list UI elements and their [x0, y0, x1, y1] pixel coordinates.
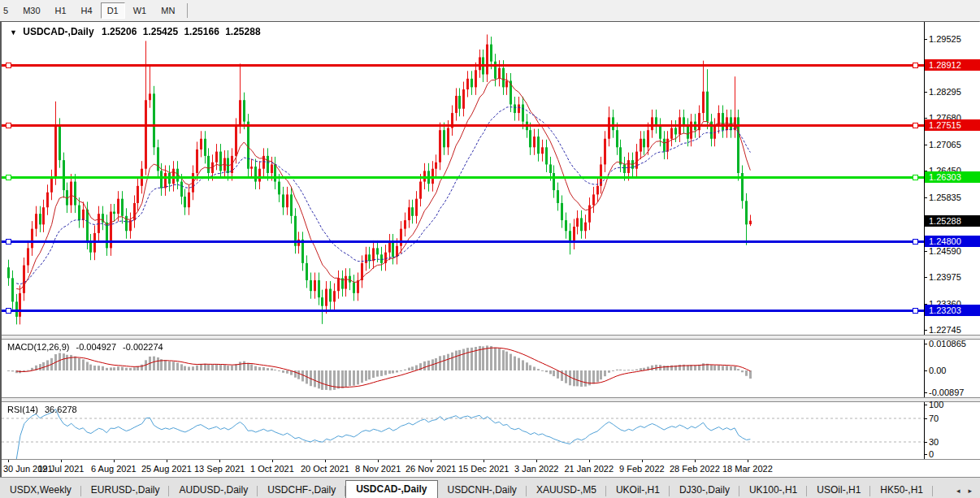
macd-axis-line	[924, 340, 925, 397]
date-label: 9 Feb 2022	[619, 464, 665, 474]
tab-scroll-right-icon[interactable]: ▸	[968, 487, 972, 495]
timeframe-button-5[interactable]: 5	[0, 2, 15, 19]
date-label: 1 Oct 2021	[250, 464, 294, 474]
ohlc-open: 1.25206	[102, 26, 137, 37]
mt4-window: 5M30H1H4D1W1MN 1.295251.289101.282951.27…	[0, 0, 980, 498]
price-tick-label: 1.27065	[929, 140, 961, 149]
chart-tab-usdcad-daily[interactable]: USDCAD-,Daily	[345, 480, 437, 498]
date-label: 26 Nov 2021	[405, 464, 456, 474]
price-level-badge: 1.26303	[925, 171, 980, 183]
chart-tab-dj30-daily[interactable]: DJ30-,Daily	[670, 482, 739, 498]
rsi-canvas[interactable]	[2, 402, 924, 459]
date-label: 3 Jan 2022	[514, 464, 558, 474]
rsi-tick	[924, 405, 927, 405]
date-label: 13 Sep 2021	[194, 464, 245, 474]
macd-tick	[924, 344, 927, 344]
macd-pane[interactable]: 0.0108650.00-0.00897 MACD(12,26,9) -0.00…	[2, 340, 980, 397]
timeframe-button-h1[interactable]: H1	[49, 2, 73, 19]
chart-tab-usdchf-daily[interactable]: USDCHF-,Daily	[258, 482, 345, 498]
date-tick	[431, 460, 431, 462]
rsi-info-line: RSI(14) 36.6278	[7, 405, 77, 414]
tab-scroll-left-icon[interactable]: ◂	[956, 487, 960, 495]
rsi-label: RSI(14)	[7, 405, 38, 414]
price-level-badge: 1.23203	[925, 305, 980, 316]
date-tick	[536, 460, 537, 462]
date-label: 8 Nov 2021	[355, 464, 401, 474]
macd-label: MACD(12,26,9)	[7, 342, 69, 352]
ohlc-close: 1.25288	[225, 26, 260, 37]
date-label: 28 Feb 2022	[670, 464, 720, 474]
macd-tick	[924, 392, 927, 393]
timeframe-button-h4[interactable]: H4	[75, 2, 99, 19]
ohlc-high: 1.25425	[143, 26, 178, 37]
timeframe-button-w1[interactable]: W1	[127, 2, 154, 19]
chart-window: 1.295251.289101.282951.276801.270651.264…	[0, 21, 980, 477]
date-label: 15 Dec 2021	[458, 464, 509, 474]
rsi-pane[interactable]: 10070300 RSI(14) 36.6278	[2, 402, 980, 459]
rsi-tick-label: 100	[929, 400, 943, 409]
tab-separator	[932, 486, 933, 496]
chart-tab-bar: USDX,WeeklyEURUSD-,DailyAUDUSD-,DailyUSD…	[0, 477, 980, 498]
ohlc-low: 1.25166	[184, 26, 219, 37]
rsi-axis-line	[924, 402, 925, 459]
chart-symbol-label: USDCAD-,Daily	[23, 26, 93, 37]
timeframe-button-d1[interactable]: D1	[101, 2, 125, 19]
macd-info-line: MACD(12,26,9) -0.004927 -0.002274	[7, 342, 163, 352]
chart-tab-ukoil-h1[interactable]: UKOil-,H1	[606, 482, 670, 498]
chart-tab-audusd-daily[interactable]: AUDUSD-,Daily	[169, 482, 258, 498]
toolbar-separator	[187, 3, 188, 18]
chart-tab-eurusd-daily[interactable]: EURUSD-,Daily	[81, 482, 170, 498]
price-level-badge: 1.28912	[925, 59, 980, 71]
chart-tab-uk100-h1[interactable]: UK100-,H1	[739, 482, 807, 498]
date-tick	[8, 460, 9, 462]
rsi-tick-label: 30	[929, 437, 939, 447]
price-tick-label: 1.23975	[929, 272, 961, 282]
price-tick	[924, 197, 927, 198]
rsi-tick	[924, 442, 927, 443]
date-axis[interactable]: 30 Jun 202119 Jul 20216 Aug 202125 Aug 2…	[2, 459, 980, 479]
tab-scroll-controls: ◂▸	[956, 487, 980, 498]
chart-info-line: ▼ USDCAD-,Daily 1.25206 1.25425 1.25166 …	[10, 26, 261, 37]
date-tick	[483, 460, 484, 462]
macd-signal-value: -0.002274	[123, 342, 163, 352]
price-level-badge: 1.25288	[925, 215, 980, 227]
date-tick	[642, 460, 643, 462]
rsi-tick-label: 0	[929, 449, 934, 459]
price-chart-canvas[interactable]	[2, 22, 924, 335]
timeframe-button-m30[interactable]: M30	[16, 2, 46, 19]
date-label: 21 Jan 2022	[565, 464, 614, 474]
date-tick	[114, 460, 115, 462]
chart-tab-xauusd-m5[interactable]: XAUUSD-,M5	[527, 482, 606, 498]
date-tick	[272, 460, 273, 462]
chart-menu-icon[interactable]: ▼	[10, 28, 17, 37]
rsi-tick-label: 70	[929, 414, 939, 423]
price-tick-label: 1.28295	[929, 87, 961, 97]
price-tick	[924, 251, 927, 252]
timeframe-button-mn[interactable]: MN	[154, 2, 181, 19]
chart-tab-usdx-weekly[interactable]: USDX,Weekly	[0, 482, 81, 498]
macd-main-value: -0.004927	[76, 342, 116, 352]
macd-tick	[924, 370, 927, 371]
date-label: 20 Oct 2021	[301, 464, 349, 474]
price-level-badge: 1.24800	[925, 236, 980, 247]
rsi-tick	[924, 454, 927, 455]
date-tick	[378, 460, 379, 462]
date-tick	[695, 460, 696, 462]
date-label: 25 Aug 2021	[141, 464, 192, 474]
price-tick	[924, 39, 927, 40]
chart-tab-hk50-h1[interactable]: HK50-,H1	[870, 482, 933, 498]
chart-tab-usoil-h1[interactable]: USOil-,H1	[807, 482, 870, 498]
macd-tick-label: 0.00	[929, 366, 946, 375]
date-label: 18 Mar 2022	[722, 464, 773, 474]
date-label: 6 Aug 2021	[91, 464, 137, 474]
price-pane[interactable]: 1.295251.289101.282951.276801.270651.264…	[2, 22, 980, 335]
price-tick-label: 1.22745	[929, 325, 961, 335]
rsi-value: 36.6278	[45, 405, 77, 414]
macd-tick-label: 0.010865	[929, 339, 966, 349]
chart-tab-usdcnh-daily[interactable]: USDCNH-,Daily	[438, 482, 527, 498]
rsi-tick	[924, 418, 927, 419]
timeframe-toolbar: 5M30H1H4D1W1MN	[0, 0, 980, 22]
date-tick	[219, 460, 220, 462]
date-tick	[61, 460, 62, 462]
price-tick-label: 1.25835	[929, 193, 961, 202]
